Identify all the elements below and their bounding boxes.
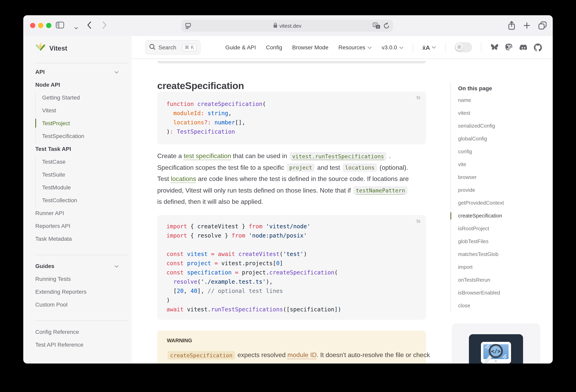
inline-code-link-testnamepattern[interactable]: testNamePattern	[353, 186, 407, 195]
code-line: resolve('./example.test.ts'),	[167, 277, 417, 286]
forward-button[interactable]	[102, 21, 107, 30]
github-icon[interactable]	[534, 43, 542, 51]
language-menu[interactable]: ẋA	[422, 44, 436, 51]
outline-item-createspecification[interactable]: createSpecification	[458, 210, 542, 222]
outline-item-vitest[interactable]: vitest	[458, 107, 542, 120]
reader-view-icon[interactable]	[185, 23, 191, 30]
page-title: createSpecification	[157, 80, 244, 91]
sidebar-item-running-tests[interactable]: Running Tests	[35, 272, 128, 285]
link-locations[interactable]: locations	[171, 175, 196, 182]
close-window-button[interactable]	[30, 23, 35, 28]
tab-overview-icon[interactable]	[538, 21, 547, 31]
outline-item-matchestestglob[interactable]: matchesTestGlob	[458, 248, 542, 261]
outline-item-serializedconfig[interactable]: serializedConfig	[458, 120, 542, 132]
window-body: Vitest APINode APIGetting StartedVitestT…	[23, 36, 553, 363]
mastodon-icon[interactable]	[505, 43, 513, 51]
code-line: const project = vitest.projects[0]	[167, 259, 417, 268]
sidebar-item-node-api[interactable]: Node API	[35, 78, 128, 91]
nav-item-label: Browser Mode	[292, 44, 328, 51]
top-nav: Search ⌘ K Guide & APIConfigBrowser Mode…	[132, 36, 553, 59]
outline-item-browser[interactable]: browser	[458, 171, 542, 184]
text: provided, Vitest will only run tests def…	[157, 187, 353, 194]
text-line: Test locations are code lines where the …	[157, 173, 434, 185]
inline-code-createspecification: createSpecification	[168, 351, 235, 359]
back-button[interactable]	[87, 21, 91, 30]
reload-icon[interactable]	[383, 23, 389, 30]
sidebar-item-config-reference[interactable]: Config Reference	[35, 325, 128, 338]
sidebar-item-testcollection[interactable]: TestCollection	[42, 194, 128, 207]
code-line	[167, 240, 417, 250]
search-button[interactable]: Search ⌘ K	[145, 40, 201, 55]
sidebar-item-custom-pool[interactable]: Custom Pool	[35, 298, 128, 311]
sidebar-item-getting-started[interactable]: Getting Started	[42, 91, 128, 104]
outline-item-provide[interactable]: provide	[458, 184, 542, 197]
code-line: import { createVitest } from 'vitest/nod…	[167, 222, 417, 231]
outline-item-ontestsrerun[interactable]: onTestsRerun	[458, 274, 542, 286]
browser-toolbar: vitest.dev A ẋ	[23, 15, 553, 36]
link-test-specification[interactable]: test specification	[184, 152, 231, 159]
sidebar-item-label: Reporters API	[35, 223, 70, 229]
sidebar-item-testmodule[interactable]: TestModule	[42, 181, 128, 194]
discord-icon[interactable]	[519, 43, 527, 51]
nav-item-config[interactable]: Config	[266, 44, 282, 51]
sidebar-item-guides[interactable]: Guides	[35, 260, 128, 272]
minimize-window-button[interactable]	[38, 23, 43, 28]
sidebar-item-test-task-api[interactable]: Test Task API	[35, 142, 128, 155]
nav-item-label: v3.0.0	[382, 44, 397, 51]
nav-item-v3-0-0[interactable]: v3.0.0	[382, 44, 403, 51]
previous-code-block-edge	[157, 61, 426, 63]
sidebar-item-reporters-api[interactable]: Reporters API	[35, 219, 128, 232]
outline-item-close[interactable]: close	[458, 299, 542, 312]
code-line: function createSpecification(	[167, 99, 417, 109]
sidebar-toggle-icon[interactable]	[56, 22, 64, 30]
outline-item-globtestfiles[interactable]: globTestFiles	[458, 235, 542, 248]
sidebar-item-label: Test Task API	[35, 146, 71, 152]
inline-code-link-vitest-runtestspecifications[interactable]: vitest.runTestSpecifications	[289, 152, 386, 160]
sidebar-item-task-metadata[interactable]: Task Metadata	[35, 232, 128, 245]
link-module-id[interactable]: module ID	[288, 352, 317, 358]
sidebar-item-label: Test API Reference	[35, 341, 84, 348]
sidebar-item-vitest[interactable]: Vitest	[42, 104, 128, 117]
text: Test	[157, 175, 171, 182]
sidebar-item-api[interactable]: API	[35, 65, 128, 78]
sidebar-item-testsuite[interactable]: TestSuite	[42, 168, 128, 181]
outline-item-isbrowserenabled[interactable]: isBrowserEnabled	[458, 286, 542, 299]
nav-item-guide-api[interactable]: Guide & API	[225, 44, 256, 51]
outline-item-config[interactable]: config	[458, 145, 542, 158]
outline-item-name[interactable]: name	[458, 94, 542, 107]
outline-item-vite[interactable]: vite	[458, 158, 542, 171]
sidebar-item-label: Custom Pool	[35, 301, 67, 308]
sidebar-menu-chevron-icon[interactable]	[74, 24, 78, 31]
outline-item-globalconfig[interactable]: globalConfig	[458, 132, 542, 145]
warning-callout: WARNING createSpecification expects reso…	[157, 331, 426, 363]
nav-item-resources[interactable]: Resources	[339, 44, 372, 51]
address-bar[interactable]: vitest.dev A ẋ	[181, 20, 393, 32]
sponsor-ad[interactable]: </>	[452, 323, 540, 363]
code-line: const vitest = await createVitest('test'…	[167, 250, 417, 259]
sidebar-item-testspecification[interactable]: TestSpecification	[42, 130, 128, 142]
outline-item-import[interactable]: import	[458, 261, 542, 274]
outline-item-isrootproject[interactable]: isRootProject	[458, 222, 542, 235]
chevron-down-icon	[114, 69, 119, 75]
screenshot-stage: vitest.dev A ẋ	[0, 0, 576, 392]
translate-icon[interactable]: A ẋ	[373, 23, 380, 30]
sidebar-item-test-api-reference[interactable]: Test API Reference	[35, 338, 128, 351]
share-icon[interactable]	[508, 21, 516, 32]
nav-links: Guide & APIConfigBrowser ModeResourcesv3…	[225, 44, 403, 51]
nav-divider	[413, 43, 413, 52]
sidebar-item-label: Node API	[35, 81, 60, 88]
new-tab-icon[interactable]	[523, 22, 530, 30]
sidebar-item-testproject[interactable]: TestProject	[42, 117, 128, 130]
sidebar-item-label: Runner API	[35, 210, 64, 216]
theme-toggle[interactable]	[455, 43, 472, 52]
outline-item-getprovidedcontext[interactable]: getProvidedContext	[458, 197, 542, 210]
sidebar-item-extending-reporters[interactable]: Extending Reporters	[35, 285, 128, 298]
nav-item-browser-mode[interactable]: Browser Mode	[292, 44, 328, 51]
sidebar-item-testcase[interactable]: TestCase	[42, 155, 128, 168]
text: Specification scopes the test file to a …	[157, 164, 286, 171]
vitest-brand[interactable]: Vitest	[35, 42, 67, 54]
zoom-window-button[interactable]	[46, 23, 51, 28]
language-icon: ẋA	[422, 44, 430, 51]
sidebar-item-runner-api[interactable]: Runner API	[35, 207, 128, 219]
bluesky-icon[interactable]	[490, 43, 499, 51]
